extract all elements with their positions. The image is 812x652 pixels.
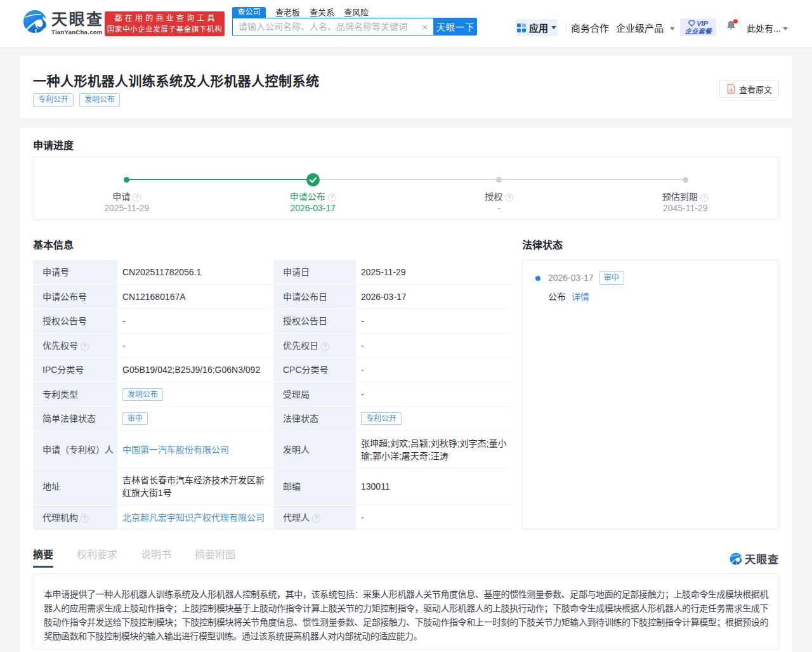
search-bar: × 天眼一下 [232, 18, 477, 36]
legal-status-action-row: 公布 详情 [535, 290, 768, 303]
search-tabs: 查公司查老板查关系查风险 [232, 7, 477, 18]
field-value: - [356, 309, 511, 334]
field-label: 申请日 [273, 260, 356, 284]
legal-status-panel: 2026-03-17 审中 公布 详情 [522, 260, 779, 530]
timeline-step-label: 申请公布? [220, 192, 407, 202]
field-label: CPC分类号 [273, 358, 356, 382]
search-tab-2[interactable]: 查老板 [275, 7, 300, 18]
patent-tag-1: 专利公开 [33, 93, 74, 107]
timeline-step-date: 2045-11-29 [593, 203, 779, 213]
tianyancha-watermark-icon [730, 552, 742, 565]
slogan-line-1: 都在用的商业查询工具 [112, 13, 217, 24]
help-question-icon[interactable]: ? [133, 193, 141, 202]
table-row: 代理机构?北京超凡宏宇知识产权代理有限公司代理人?- [33, 505, 511, 530]
vip-label: VIP [697, 20, 708, 27]
timeline-step-label: 授权? [406, 192, 593, 202]
search-tab-3[interactable]: 查关系 [310, 7, 334, 18]
field-value: 130011 [356, 468, 511, 505]
field-label: 授权公告日 [273, 309, 356, 334]
header-divider [741, 22, 742, 32]
apps-menu[interactable]: 应用 [516, 19, 558, 36]
field-label: 优先权日? [273, 333, 356, 358]
business-cooperation-link[interactable]: 商务合作 [571, 23, 609, 34]
header-divider [566, 22, 566, 32]
help-question-icon[interactable]: ? [505, 193, 513, 202]
timeline-step-date: 2026-03-17 [220, 203, 407, 213]
brand-name: 天眼查 [51, 11, 104, 27]
info-columns: 基本信息 申请号CN202511782056.1申请日2025-11-29申请公… [33, 240, 779, 530]
table-row: 授权公告号-授权公告日- [33, 309, 511, 334]
field-label: 授权公告号 [33, 309, 117, 334]
legal-status-detail-link[interactable]: 详情 [572, 292, 589, 302]
search-box: × [232, 18, 434, 36]
field-value: 2025-11-29 [356, 260, 511, 284]
timeline-node-dot [683, 177, 688, 183]
vip-package-button[interactable]: VIP 企业套餐 [680, 18, 716, 36]
check-circle-icon [306, 173, 320, 186]
field-label: 法律状态 [273, 407, 356, 431]
field-value: 吉林省长春市汽车经济技术开发区新红旗大街1号 [117, 468, 273, 505]
field-value: CN121680167A [117, 284, 273, 309]
user-menu[interactable]: 此处有... [747, 23, 781, 34]
tianyancha-logo[interactable]: 天眼查 TianYanCha.com [23, 10, 104, 36]
timeline-step-label: 预估到期? [593, 192, 779, 202]
detail-tabs: 摘要权利要求说明书摘要附图 天眼查 [33, 549, 779, 568]
header-divider [674, 22, 674, 32]
help-question-icon[interactable]: ? [81, 342, 89, 351]
field-value: 中国第一汽车股份有限公司 [117, 431, 273, 468]
vip-gem-icon [688, 20, 695, 27]
status-badge: 审中 [122, 412, 148, 425]
field-value: G05B19/042;B25J9/16;G06N3/092 [117, 358, 273, 382]
help-question-icon[interactable]: ? [328, 193, 336, 202]
legal-status-action: 公布 [548, 292, 566, 302]
progress-section-title: 申请进度 [33, 127, 779, 151]
notifications-bell[interactable] [726, 20, 737, 34]
status-badge: 专利公开 [361, 412, 402, 425]
help-question-icon[interactable]: ? [700, 193, 709, 202]
entity-link[interactable]: 中国第一汽车股份有限公司 [122, 445, 229, 455]
field-value: 专利公开 [356, 407, 511, 431]
search-tab-1[interactable]: 查公司 [232, 7, 266, 18]
tab-3[interactable]: 说明书 [141, 549, 171, 566]
field-label: 地址 [33, 468, 117, 505]
timeline-step-date: - [406, 203, 593, 213]
timeline-step-3: 授权?- [406, 157, 593, 219]
search-button[interactable]: 天眼一下 [434, 18, 477, 36]
basic-info-section-title: 基本信息 [33, 240, 511, 251]
help-question-icon[interactable]: ? [321, 342, 329, 351]
detail-tabs-list: 摘要权利要求说明书摘要附图 [33, 549, 259, 568]
patent-tags: 专利公开发明公布 [33, 93, 126, 107]
table-row: 申请号CN202511782056.1申请日2025-11-29 [33, 260, 511, 284]
header-divider [719, 22, 720, 32]
search-input[interactable] [233, 22, 417, 32]
table-row: 申请（专利权）人中国第一汽车股份有限公司发明人张坤超;刘欢;吕颖;刘秋铮;刘宇杰… [33, 431, 511, 468]
search-tab-4[interactable]: 查风险 [344, 7, 369, 18]
enterprise-products-link[interactable]: 企业级产品 [616, 23, 675, 34]
field-label: 代理机构? [33, 505, 117, 530]
help-question-icon[interactable]: ? [81, 514, 89, 523]
field-label: 优先权号? [33, 333, 117, 358]
field-value: 北京超凡宏宇知识产权代理有限公司 [117, 505, 273, 530]
view-original-button[interactable]: 查看原文 [719, 80, 779, 98]
legal-status-badge: 审中 [599, 271, 624, 285]
table-row: 地址吉林省长春市汽车经济技术开发区新红旗大街1号邮编130011 [33, 468, 511, 505]
tab-1[interactable]: 摘要 [33, 549, 53, 568]
timeline-step-date: 2025-11-29 [34, 203, 220, 213]
field-value: CN202511782056.1 [117, 260, 273, 284]
field-value: 张坤超;刘欢;吕颖;刘秋铮;刘宇杰;董小瑜;郭小洋;屠天奇;汪涛 [356, 431, 511, 468]
field-label: 申请公布日 [273, 284, 356, 309]
apps-menu-label: 应用 [529, 21, 548, 34]
tab-2[interactable]: 权利要求 [77, 549, 117, 566]
tab-4[interactable]: 摘要附图 [195, 549, 235, 566]
help-question-icon[interactable]: ? [312, 514, 320, 523]
top-navigation-bar: 天眼查 TianYanCha.com 都在用的商业查询工具 国家中小企业发展子基… [0, 0, 812, 48]
field-label: 邮编 [273, 468, 356, 505]
field-label: 发明人 [273, 431, 356, 468]
search-clear-icon[interactable]: × [417, 22, 433, 32]
table-row: 简单法律状态审中法律状态专利公开 [33, 407, 511, 431]
bullet-dot-icon [535, 276, 540, 281]
entity-link[interactable]: 北京超凡宏宇知识产权代理有限公司 [122, 512, 265, 523]
table-row: 优先权号?-优先权日?- [33, 333, 511, 358]
slogan-line-2: 国家中小企业发展子基金旗下机构 [107, 24, 223, 34]
vip-package-label: 企业套餐 [685, 27, 712, 35]
